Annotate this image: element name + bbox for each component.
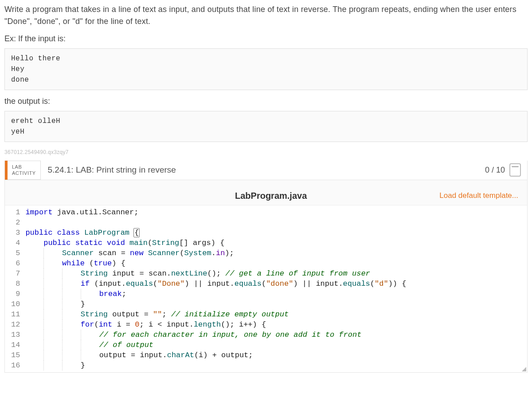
line-number: 13: [11, 330, 20, 340]
lab-container: LAB ACTIVITY 5.24.1: LAB: Print string i…: [4, 161, 528, 373]
code-editor[interactable]: 12345678910111213141516 import java.util…: [5, 205, 527, 372]
code-line[interactable]: public class LabProgram {: [23, 228, 527, 238]
output-label: the output is:: [4, 95, 528, 107]
line-number: 15: [11, 350, 20, 360]
question-id: 367012.2549490.qx3zqy7: [4, 148, 528, 156]
code-area[interactable]: import java.util.Scanner;public class La…: [23, 205, 527, 372]
editor-filename: LabProgram.java: [102, 189, 439, 202]
line-number: 16: [11, 360, 20, 371]
code-line[interactable]: while (true) {: [23, 258, 527, 268]
line-number: 11: [11, 309, 20, 319]
line-number: 12: [11, 319, 20, 330]
code-line[interactable]: }: [23, 299, 527, 309]
problem-description: Write a program that takes in a line of …: [4, 4, 528, 28]
code-line[interactable]: String output = ""; // initialize empty …: [23, 309, 527, 319]
lab-header: LAB ACTIVITY 5.24.1: LAB: Print string i…: [5, 161, 527, 180]
editor-header: LabProgram.java Load default template...: [5, 180, 527, 205]
line-number: 14: [11, 340, 20, 350]
line-number-gutter: 12345678910111213141516: [5, 205, 23, 372]
line-number: 3: [11, 228, 20, 238]
lab-activity-line2: ACTIVITY: [12, 170, 36, 176]
line-number: 7: [11, 268, 20, 279]
example-prefix: Ex: If the input is:: [4, 33, 528, 45]
lab-score: 0 / 10: [479, 161, 527, 180]
line-number: 8: [11, 279, 20, 289]
code-line[interactable]: for(int i = 0; i < input.length(); i++) …: [23, 319, 527, 330]
lab-activity-line1: LAB: [12, 164, 36, 170]
code-line[interactable]: if (input.equals("Done") || input.equals…: [23, 279, 527, 289]
code-line[interactable]: }: [23, 360, 527, 371]
input-sample-box: Hello there Hey done: [4, 48, 528, 90]
line-number: 9: [11, 289, 20, 299]
code-line[interactable]: output = input.charAt(i) + output;: [23, 350, 527, 360]
code-line[interactable]: Scanner scan = new Scanner(System.in);: [23, 248, 527, 258]
code-line[interactable]: // of output: [23, 340, 527, 350]
line-number: 2: [11, 217, 20, 228]
resize-handle-icon[interactable]: [522, 367, 526, 371]
lab-title: 5.24.1: LAB: Print string in reverse: [41, 161, 479, 180]
load-default-template-link[interactable]: Load default template...: [439, 190, 518, 201]
line-number: 5: [11, 248, 20, 258]
line-number: 4: [11, 238, 20, 248]
lab-score-text: 0 / 10: [485, 164, 505, 176]
line-number: 10: [11, 299, 20, 309]
line-number: 6: [11, 258, 20, 268]
clipboard-icon[interactable]: [509, 163, 521, 177]
output-sample-box: ereht olleH yeH: [4, 111, 528, 142]
line-number: 1: [11, 207, 20, 217]
code-line[interactable]: import java.util.Scanner;: [23, 207, 527, 217]
code-line[interactable]: public static void main(String[] args) {: [23, 238, 527, 248]
code-line[interactable]: break;: [23, 289, 527, 299]
lab-activity-badge: LAB ACTIVITY: [8, 161, 41, 180]
code-line[interactable]: [23, 217, 527, 228]
code-line[interactable]: // for each character in input, one by o…: [23, 330, 527, 340]
code-line[interactable]: String input = scan.nextLine(); // get a…: [23, 268, 527, 279]
